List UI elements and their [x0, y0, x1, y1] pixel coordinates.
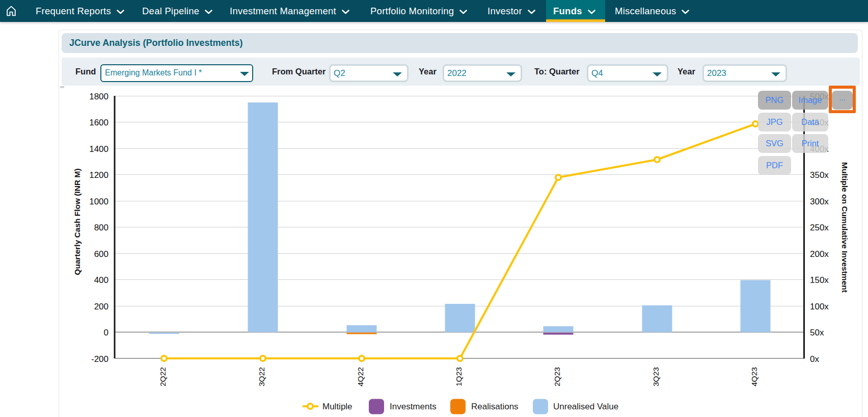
svg-text:1600: 1600: [89, 118, 108, 127]
svg-text:100x: 100x: [810, 302, 829, 311]
svg-text:300x: 300x: [810, 197, 829, 206]
svg-text:2Q22: 2Q22: [158, 367, 167, 386]
svg-text:800: 800: [94, 223, 108, 232]
svg-text:2Q23: 2Q23: [553, 367, 561, 386]
svg-text:3Q23: 3Q23: [652, 367, 660, 386]
svg-text:350x: 350x: [810, 170, 829, 180]
svg-text:4Q23: 4Q23: [750, 367, 758, 386]
svg-text:Multiple: Multiple: [322, 402, 352, 411]
svg-text:Investments: Investments: [390, 402, 437, 411]
svg-text:600: 600: [94, 249, 108, 259]
svg-text:1Q23: 1Q23: [454, 367, 463, 386]
svg-text:3Q22: 3Q22: [257, 367, 266, 386]
svg-text:-200: -200: [91, 354, 108, 364]
svg-text:1200: 1200: [89, 170, 108, 180]
svg-text:Quarterly Cash Flow (INR M): Quarterly Cash Flow (INR M): [73, 168, 82, 275]
svg-text:0: 0: [104, 328, 108, 337]
svg-text:400: 400: [94, 275, 108, 285]
svg-text:1000: 1000: [89, 197, 108, 206]
svg-text:200x: 200x: [810, 249, 829, 259]
svg-text:250x: 250x: [810, 223, 829, 232]
svg-text:Realisations: Realisations: [471, 402, 519, 411]
svg-text:Multiple on Cumulative Investm: Multiple on Cumulative Investment: [840, 162, 849, 293]
svg-text:0x: 0x: [810, 354, 819, 364]
svg-text:4Q22: 4Q22: [356, 367, 365, 386]
svg-text:1400: 1400: [89, 144, 108, 154]
svg-text:Unrealised Value: Unrealised Value: [553, 402, 618, 411]
svg-text:50x: 50x: [810, 328, 824, 337]
svg-text:200: 200: [94, 302, 108, 311]
svg-text:150x: 150x: [810, 275, 829, 285]
svg-text:1800: 1800: [89, 92, 108, 101]
